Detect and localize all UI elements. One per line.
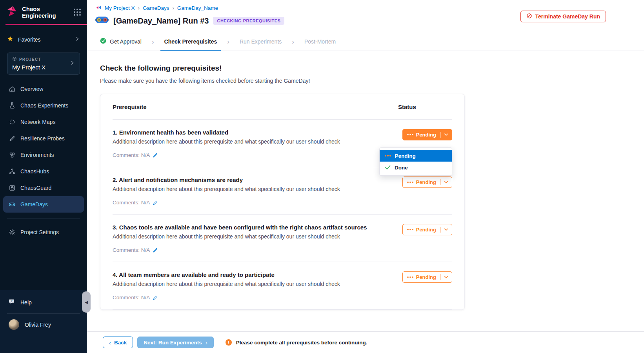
status-option-done[interactable]: Done: [380, 162, 452, 173]
gamepad-icon: [9, 201, 16, 208]
prerequisite-comments: Comments: N/A: [113, 247, 382, 253]
prerequisite-title: 2. Alert and notification mechanisms are…: [113, 176, 382, 183]
button-divider: [440, 227, 441, 233]
user-menu[interactable]: Olivia Frey: [0, 314, 87, 330]
terminate-gameday-button[interactable]: Terminate GameDay Run: [520, 11, 606, 22]
sidebar-item-chaoshubs[interactable]: ChaosHubs: [3, 163, 84, 180]
harness-mark-icon: [96, 5, 102, 11]
step-post-mortem[interactable]: Post-Mortem: [300, 33, 340, 51]
gear-icon: [9, 229, 16, 236]
help-chat-icon: ?: [9, 298, 16, 306]
step-label: Check Prerequisites: [164, 38, 217, 45]
content-heading: Check the following prerequisites!: [100, 64, 644, 73]
pending-dots-icon: [385, 155, 391, 156]
sidebar-item-label: Resilience Probes: [20, 135, 65, 142]
svg-text:?: ?: [11, 299, 13, 303]
pending-dots-icon: [407, 182, 413, 183]
status-option-label: Done: [395, 165, 408, 171]
content-subheading: Please make sure you have the following …: [100, 78, 644, 84]
brand-title: Chaos Engineering: [22, 5, 70, 19]
step-check-prerequisites[interactable]: Check Prerequisites: [160, 33, 221, 51]
step-label: Get Approval: [110, 38, 142, 45]
status-label: Pending: [416, 132, 436, 138]
prerequisite-status-cell: Pending: [393, 262, 452, 309]
sidebar-item-label: Project Settings: [20, 229, 59, 235]
breadcrumb-link[interactable]: GameDays: [143, 5, 169, 11]
sidebar-item-resilience-probes[interactable]: Resilience Probes: [3, 130, 84, 147]
back-button[interactable]: ‹ Back: [103, 337, 133, 348]
sidebar-bottom: ? Help Olivia Frey: [0, 290, 87, 353]
button-divider: [440, 274, 441, 280]
app-switcher-icon[interactable]: [74, 9, 81, 16]
step-run-experiments[interactable]: Run Experiments: [236, 33, 286, 51]
status-dropdown-button[interactable]: Pending: [402, 271, 452, 283]
project-selector[interactable]: PROJECT My Project X: [7, 53, 80, 75]
cube-icon: [12, 56, 17, 62]
prerequisite-details: 4. All team members are available and re…: [113, 262, 393, 309]
pending-dots-icon: [407, 134, 413, 136]
status-dropdown-button[interactable]: Pending: [402, 176, 452, 188]
terminate-gameday-label: Terminate GameDay Run: [535, 13, 600, 20]
footer-warning-text: Please complete all prerequisites before…: [236, 340, 367, 346]
next-run-experiments-button[interactable]: Next: Run Experiments ›: [137, 337, 214, 348]
sidebar-collapse-handle[interactable]: ◀: [82, 291, 91, 313]
chevron-right-icon: [75, 36, 80, 43]
breadcrumb-link[interactable]: GameDay_Name: [177, 5, 218, 11]
status-dropdown-button[interactable]: Pending: [402, 129, 452, 140]
warning-icon: !: [226, 339, 232, 346]
prerequisite-description: Additional description here about this p…: [113, 138, 382, 145]
column-prerequisite: Prerequisite: [113, 104, 393, 110]
page-header: My Project X›GameDays›GameDay_Name [Game…: [87, 0, 644, 33]
sidebar-item-label: Environments: [20, 152, 54, 158]
page-title: [GameDay_Name] Run #3: [113, 16, 209, 25]
sidebar-item-project-settings[interactable]: Project Settings: [3, 224, 84, 240]
step-separator-icon: ›: [221, 33, 236, 51]
edit-comment-icon[interactable]: [153, 153, 158, 158]
chaos-engineering-logo-icon: [5, 5, 18, 19]
title-row: [GameDay_Name] Run #3 CHECKING PREREQUIS…: [95, 16, 284, 26]
status-label: Pending: [416, 274, 436, 280]
step-get-approval[interactable]: Get Approval: [96, 33, 146, 51]
prerequisite-details: 1. Environment health has been validated…: [113, 120, 393, 167]
step-separator-icon: ›: [146, 33, 160, 51]
sidebar-favorites[interactable]: Favorites: [7, 34, 80, 45]
status-option-label: Pending: [395, 153, 416, 159]
prerequisite-comments: Comments: N/A: [113, 295, 382, 300]
sidebar-item-chaosguard[interactable]: ChaosGuard: [3, 180, 84, 196]
breadcrumb-separator: ›: [138, 5, 140, 11]
sidebar-item-chaos-experiments[interactable]: Chaos Experiments: [3, 97, 84, 114]
breadcrumb-link[interactable]: My Project X: [105, 5, 135, 11]
sidebar-help[interactable]: ? Help: [0, 290, 87, 306]
sidebar-item-overview[interactable]: Overview: [3, 81, 84, 97]
pending-dots-icon: [407, 277, 413, 278]
wizard-footer: ‹ Back Next: Run Experiments › ! Please …: [87, 331, 644, 353]
chevron-down-icon: [444, 276, 448, 278]
sidebar-item-gamedays[interactable]: GameDays: [3, 196, 84, 213]
step-separator-icon: ›: [286, 33, 300, 51]
button-divider: [440, 179, 441, 185]
sidebar-item-label: Network Maps: [20, 119, 55, 125]
status-label: Pending: [416, 227, 436, 233]
status-label: Pending: [416, 179, 436, 185]
chevron-left-icon: ‹: [109, 340, 111, 346]
user-name: Olivia Frey: [25, 322, 51, 328]
edit-comment-icon[interactable]: [153, 295, 158, 300]
status-option-pending[interactable]: Pending: [380, 150, 452, 162]
sidebar-item-environments[interactable]: Environments: [3, 147, 84, 163]
status-dropdown-menu: PendingDone: [379, 147, 452, 176]
prohibit-icon: [526, 13, 532, 20]
status-dropdown-button[interactable]: Pending: [402, 224, 452, 235]
prerequisite-description: Additional description here about this p…: [113, 186, 382, 192]
chevron-right-icon: ›: [206, 340, 207, 346]
environments-icon: [9, 151, 16, 158]
sidebar-divider: [7, 218, 80, 218]
sidebar-item-network-maps[interactable]: Network Maps: [3, 114, 84, 130]
breadcrumb-links: My Project X›GameDays›GameDay_Name: [105, 5, 218, 11]
edit-comment-icon[interactable]: [153, 200, 158, 206]
pending-dots-icon: [407, 229, 413, 231]
edit-comment-icon[interactable]: [153, 247, 158, 253]
prerequisites-card: Prerequisite Status 1. Environment healt…: [100, 94, 465, 310]
prerequisite-title: 4. All team members are available and re…: [113, 271, 382, 278]
star-icon: [7, 36, 13, 44]
sidebar-item-label: ChaosHubs: [20, 168, 49, 175]
